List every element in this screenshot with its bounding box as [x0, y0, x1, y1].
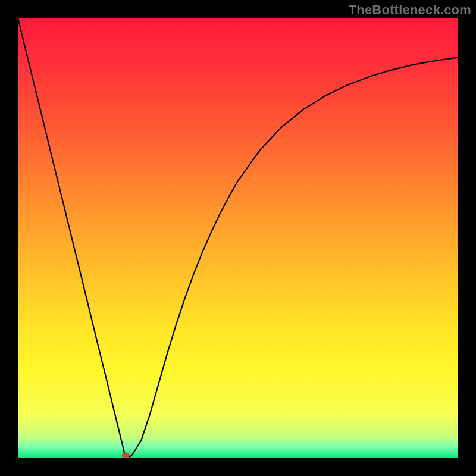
chart-frame: TheBottleneck.com	[0, 0, 476, 476]
gradient-background	[18, 18, 458, 458]
watermark-text: TheBottleneck.com	[349, 2, 471, 18]
plot-svg	[18, 18, 458, 458]
plot-area	[18, 18, 458, 458]
